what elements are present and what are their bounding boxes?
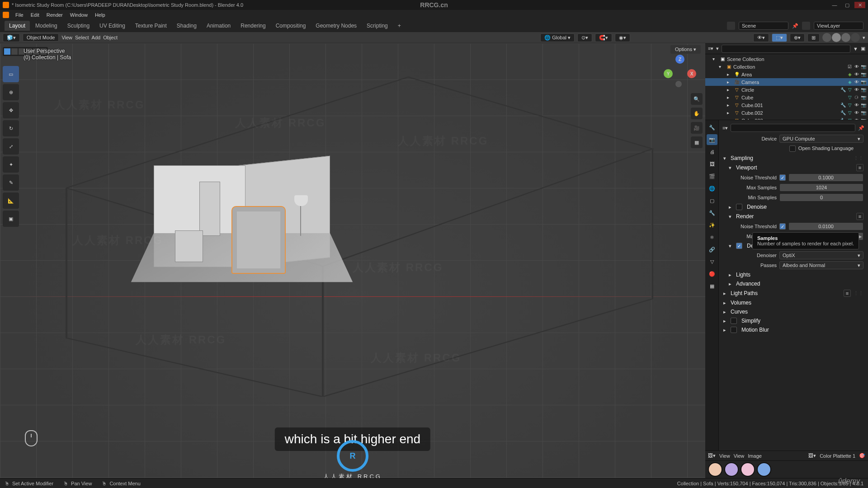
render-toggle[interactable]: 📷 [860, 87, 866, 93]
render-toggle[interactable]: 📷 [860, 79, 866, 85]
outliner-item-cube002[interactable]: ▸▽Cube.002🔧▽👁📷 [705, 109, 868, 117]
scene-icon[interactable] [727, 22, 735, 30]
vp-min-field[interactable]: 0 [779, 193, 863, 202]
tool-scale[interactable]: ⤢ [3, 138, 19, 155]
prop-pin-icon[interactable]: 📌 [858, 125, 864, 131]
tab-add[interactable]: + [393, 21, 406, 31]
eye-toggle[interactable]: 👁 [854, 102, 859, 108]
camera-icon[interactable]: 🎥 [691, 122, 703, 134]
shade-wireframe[interactable] [822, 33, 831, 42]
tab-shading[interactable]: Shading [172, 21, 201, 31]
eye-toggle[interactable]: 👁 [854, 71, 859, 77]
image-browse-icon[interactable]: 🖼▾ [808, 453, 816, 459]
proptab-world[interactable]: 🌐 [707, 183, 717, 194]
sofa-selected[interactable] [231, 206, 286, 274]
tool-cursor[interactable]: ⊕ [3, 84, 19, 100]
outliner-search[interactable] [722, 45, 850, 53]
viewport-options-button[interactable]: Options ▾ [670, 45, 701, 54]
sect-curves[interactable]: ▸Curves [719, 307, 868, 316]
outliner-item-circle[interactable]: ▸▽Circle🔧▽👁📷 [705, 86, 868, 94]
proptab-particle[interactable]: ✨ [707, 220, 717, 230]
preset-icon[interactable]: ≡ [844, 290, 851, 297]
sect-viewport[interactable]: ▾Viewport≡ [719, 163, 868, 173]
mod-icon[interactable]: 🔧 [840, 117, 846, 120]
shade-solid[interactable] [832, 33, 841, 42]
proptab-material[interactable]: 🔴 [707, 268, 717, 279]
menu-file[interactable]: File [12, 11, 27, 19]
sect-advanced[interactable]: ▸Advanced [719, 279, 868, 288]
scene-name-input[interactable]: Scene [739, 22, 788, 30]
tab-texturepaint[interactable]: Texture Paint [131, 21, 171, 31]
nav-gizmo[interactable]: Z Y X [664, 55, 696, 87]
object-menu[interactable]: Object [103, 35, 118, 40]
gizmo-z[interactable]: Z [675, 55, 684, 64]
eye-toggle[interactable]: 👁 [854, 117, 859, 120]
col-exclude-toggle[interactable]: ☑ [847, 64, 853, 70]
tool-addcube[interactable]: ▣ [3, 211, 19, 227]
outliner-newcol-icon[interactable]: ▣ [861, 46, 865, 52]
data-icon[interactable]: ▽ [847, 110, 853, 116]
eye-toggle[interactable]: 👁 [854, 110, 859, 116]
data-icon[interactable]: ▽ [847, 102, 853, 108]
tab-compositing[interactable]: Compositing [271, 21, 311, 31]
vp-noise-checkbox[interactable]: ✓ [779, 174, 786, 181]
proptab-render[interactable]: 📷 [707, 134, 717, 145]
maximize-button[interactable]: ▢ [842, 2, 853, 8]
tab-scripting[interactable]: Scripting [362, 21, 392, 31]
outliner-scene-collection[interactable]: ▾▣Scene Collection [705, 55, 868, 63]
simplify-checkbox[interactable] [731, 318, 737, 324]
proptab-scene[interactable]: 🎬 [707, 171, 717, 182]
tool-annotate[interactable]: ✎ [3, 174, 19, 191]
mod-icon[interactable]: 🔧 [840, 110, 846, 116]
data-icon[interactable]: ▽ [847, 94, 853, 100]
rn-noise-field[interactable]: 0.0100 [788, 222, 863, 230]
pin-icon[interactable]: 📌 [792, 23, 798, 29]
tool-move[interactable]: ✥ [3, 102, 19, 118]
rn-denoise-checkbox[interactable]: ✓ [736, 243, 742, 249]
outliner-filter-icon[interactable]: ▼ [853, 46, 858, 52]
mod-icon[interactable]: 🔧 [840, 87, 846, 93]
outliner-item-cube003[interactable]: ▸▽Cube.003🔧▽👁📷 [705, 117, 868, 120]
room-mesh[interactable] [154, 165, 330, 301]
swatch-4[interactable] [757, 462, 771, 477]
render-toggle[interactable]: 📷 [860, 94, 866, 100]
color-palette-label[interactable]: Color Plattette 1 [820, 453, 855, 459]
vp-max-field[interactable]: 1024 [779, 183, 863, 192]
menu-help[interactable]: Help [91, 11, 109, 19]
perspective-icon[interactable]: ▦ [691, 136, 703, 148]
viewlayer-name-input[interactable]: ViewLayer [814, 22, 863, 30]
rn-noise-checkbox[interactable]: ✓ [779, 223, 786, 230]
eye-hidden-toggle[interactable]: ⚆ [854, 94, 859, 100]
outliner-item-cube001[interactable]: ▸▽Cube.001🔧▽👁📷 [705, 101, 868, 109]
preset-icon[interactable]: ≡ [856, 164, 863, 171]
add-menu[interactable]: Add [92, 35, 101, 40]
menu-edit[interactable]: Edit [27, 11, 43, 19]
render-toggle[interactable]: 📷 [860, 110, 866, 116]
viewlayer-icon[interactable] [802, 22, 810, 30]
xray-toggle[interactable]: ⊞ [807, 33, 820, 42]
mod-icon[interactable]: 🔧 [840, 102, 846, 108]
shading-options[interactable]: ▾ [863, 35, 865, 41]
snap-toggle[interactable]: 🧲▾ [595, 33, 612, 42]
outliner-collection[interactable]: ▾▣Collection☑👁📷 [705, 63, 868, 70]
mode-dropdown[interactable]: Object Mode [23, 33, 59, 42]
motionblur-checkbox[interactable] [731, 327, 737, 333]
outliner-type-dropdown[interactable]: ≡▾ [708, 46, 713, 52]
tool-measure[interactable]: 📐 [3, 192, 19, 209]
sect-lightpaths[interactable]: ▸Light Paths≡⋮⋮ [719, 288, 868, 298]
tab-animation[interactable]: Animation [202, 21, 235, 31]
swatch-3[interactable] [741, 462, 755, 477]
tab-rendering[interactable]: Rendering [236, 21, 270, 31]
sect-vp-denoise[interactable]: ▸Denoise [719, 202, 868, 211]
swatch-2[interactable] [724, 462, 739, 477]
data-icon[interactable]: ◈ [847, 79, 853, 85]
outliner-item-cube[interactable]: ▸▽Cube▽⚆📷 [705, 94, 868, 101]
tab-layout[interactable]: Layout [5, 21, 30, 31]
passes-dropdown[interactable]: Albedo and Normal▾ [779, 261, 863, 269]
sect-simplify[interactable]: ▸Simplify [719, 316, 868, 325]
proptab-physics[interactable]: ⚛ [707, 232, 717, 243]
overlay-toggle[interactable]: ⊕▾ [790, 33, 805, 42]
imgpanel-view1[interactable]: View [719, 453, 730, 459]
gizmo-toggle[interactable]: ⬚▾ [772, 33, 787, 42]
orientation-dropdown[interactable]: 🌐 Global ▾ [540, 33, 575, 42]
